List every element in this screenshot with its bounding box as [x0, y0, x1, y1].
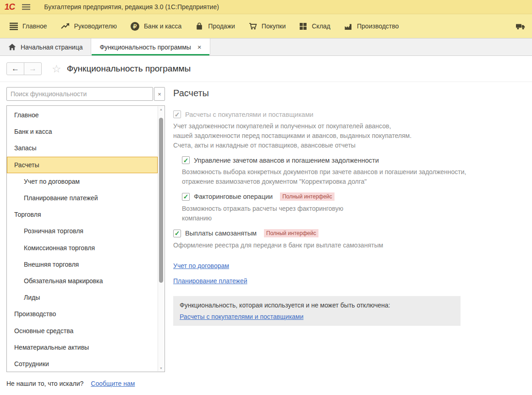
content-panel: Расчеты ✓ Расчеты с покупателями и поста…: [173, 82, 471, 326]
scrollbar-thumb[interactable]: [159, 118, 163, 283]
scroll-up-icon[interactable]: ▲: [158, 108, 164, 111]
list-item-planirovanie-platezhey[interactable]: Планирование платежей: [7, 190, 158, 206]
list-item-komissionnaya-torgovlya[interactable]: Комиссионная торговля: [7, 240, 158, 256]
list-item-label: Лиды: [24, 294, 40, 301]
main-menu-button[interactable]: [22, 4, 30, 10]
interface-badge: Полный интерфейс: [280, 192, 335, 201]
list-item-label: Учет по договорам: [24, 178, 80, 185]
list-item-label: Расчеты: [14, 161, 39, 169]
1c-logo: 1С: [4, 2, 16, 12]
locked-box-text: Функциональность, которая используется и…: [180, 302, 454, 309]
cart-icon: [249, 22, 257, 30]
close-icon[interactable]: ×: [197, 43, 202, 51]
list-item-torgovlya[interactable]: Торговля: [7, 206, 158, 223]
menu-item-label: Производство: [357, 22, 399, 30]
section-heading: Расчеты: [173, 88, 471, 99]
menu-item-sklad[interactable]: Склад: [292, 14, 337, 38]
check-icon: ✓: [175, 230, 180, 236]
scroll-down-icon[interactable]: ▼: [158, 367, 164, 370]
check-icon: ✓: [175, 111, 180, 118]
menu-item-proizvodstvo[interactable]: Производство: [337, 14, 406, 38]
list-item-obyazatelnaya-markirovka[interactable]: Обязательная маркировка: [7, 273, 158, 289]
list-item-label: Банк и касса: [14, 128, 52, 135]
functionality-sidebar: × Главное Банк и касса Запасы Расчеты Уч…: [6, 87, 165, 387]
list-item-glavnoe[interactable]: Главное: [7, 107, 158, 123]
forward-button[interactable]: →: [24, 62, 42, 75]
menu-item-label: Продажи: [208, 22, 235, 30]
list-item-proizvodstvo[interactable]: Производство: [7, 306, 158, 322]
check-icon: ✓: [183, 157, 189, 164]
menu-item-pokupki[interactable]: Покупки: [242, 14, 293, 38]
report-link[interactable]: Сообщите нам: [91, 380, 135, 387]
main-area: × Главное Банк и касса Запасы Расчеты Уч…: [0, 82, 532, 394]
list-item-label: Комиссионная торговля: [24, 244, 95, 252]
list-item-label: Запасы: [14, 144, 37, 152]
sidebar-footer: Не нашли то, что искали? Сообщите нам: [6, 380, 165, 387]
feature-row: ✓ Выплаты самозанятым Полный интерфейс: [173, 229, 471, 237]
list-item-label: Основные средства: [14, 327, 73, 335]
list-item-nematerialnye-aktivy[interactable]: Нематериальные активы: [7, 339, 158, 356]
window-title: Бухгалтерия предприятия, редакция 3.0 (1…: [44, 3, 219, 11]
list-item-osnovnye-sredstva[interactable]: Основные средства: [7, 322, 158, 339]
favorite-star-icon[interactable]: ☆: [52, 63, 61, 75]
list-item-label: Производство: [14, 310, 56, 318]
list-item-roznichnaya-torgovlya[interactable]: Розничная торговля: [7, 223, 158, 239]
link-raschety-s-pokupatelyami[interactable]: Расчеты с покупателями и поставщиками: [180, 313, 303, 320]
forward-arrow-icon: →: [29, 64, 37, 73]
hamburger-icon: [22, 4, 30, 10]
page-title: Функциональность программы: [67, 64, 191, 74]
link-uchet-po-dogovoram[interactable]: Учет по договорам: [173, 262, 471, 269]
history-nav: ← →: [6, 62, 42, 75]
checkbox-upravlenie-zachetom[interactable]: ✓: [182, 156, 190, 164]
link-planirovanie-platezhey[interactable]: Планирование платежей: [173, 277, 471, 285]
menu-item-bank-i-kassa[interactable]: ₽ Банк и касса: [124, 14, 188, 38]
footer-text: Не нашли то, что искали?: [6, 380, 83, 387]
list-item-vneshnyaya-torgovlya[interactable]: Внешняя торговля: [7, 256, 158, 273]
list-item-label: Нематериальные активы: [14, 344, 89, 351]
list-item-bank-i-kassa[interactable]: Банк и касса: [7, 123, 158, 140]
list-item-label: Обязательная маркировка: [24, 277, 103, 285]
sections-list: Главное Банк и касса Запасы Расчеты Учет…: [7, 107, 158, 372]
search-input[interactable]: [6, 87, 153, 101]
sections-menubar: Главное Руководителю ₽ Банк и касса Прод…: [0, 14, 532, 38]
search-clear-button[interactable]: ×: [154, 87, 165, 101]
list-item-raschety[interactable]: Расчеты: [7, 157, 158, 173]
menu-item-prodazhi[interactable]: Продажи: [188, 14, 241, 38]
page-header: ← → ☆ Функциональность программы: [0, 56, 532, 82]
feature-description: Оформление реестра для передачи в банк п…: [173, 241, 471, 250]
home-icon: [8, 44, 16, 50]
locked-functionality-box: Функциональность, которая используется и…: [173, 296, 461, 326]
list-item-lidy[interactable]: Лиды: [7, 289, 158, 306]
feature-description: Учет задолженности покупателей и получен…: [173, 121, 471, 150]
feature-label: Расчеты с покупателями и поставщиками: [185, 111, 313, 118]
grid-icon: [299, 22, 307, 30]
tab-functionality[interactable]: Функциональность программы ×: [91, 38, 210, 55]
feature-description: Возможность отражать расчеты через факто…: [182, 204, 471, 223]
menu-item-label: Склад: [312, 22, 330, 30]
checkbox-faktoringovye-operacii[interactable]: ✓: [182, 193, 190, 201]
tab-home[interactable]: Начальная страница: [0, 38, 91, 55]
scrollbar[interactable]: ▲ ▼: [158, 106, 164, 371]
factory-icon: [344, 22, 352, 30]
menu-item-label: Банк и касса: [144, 22, 181, 30]
interface-badge: Полный интерфейс: [264, 229, 318, 237]
menu-item-rukovoditelyu[interactable]: Руководителю: [54, 14, 124, 38]
clear-icon: ×: [158, 91, 161, 98]
feature-row: ✓ Управление зачетом авансов и погашение…: [182, 156, 471, 164]
list-icon: [10, 22, 18, 30]
trend-icon: [61, 22, 70, 30]
list-item-sotrudniki[interactable]: Сотрудники: [7, 356, 158, 372]
checkbox-vyplaty-samozanyatym[interactable]: ✓: [173, 230, 181, 237]
back-arrow-icon: ←: [11, 64, 19, 73]
list-item-uchet-po-dogovoram[interactable]: Учет по договорам: [7, 173, 158, 190]
list-item-label: Сотрудники: [14, 360, 49, 368]
list-item-label: Главное: [14, 111, 39, 119]
menu-item-dostavka[interactable]: [511, 14, 530, 38]
list-item-zapasy[interactable]: Запасы: [7, 140, 158, 156]
list-item-label: Торговля: [14, 211, 41, 218]
bag-icon: [195, 22, 203, 30]
truck-icon: [516, 22, 526, 30]
menu-item-glavnoe[interactable]: Главное: [3, 14, 54, 38]
menu-item-label: Главное: [22, 22, 47, 30]
back-button[interactable]: ←: [6, 62, 24, 75]
